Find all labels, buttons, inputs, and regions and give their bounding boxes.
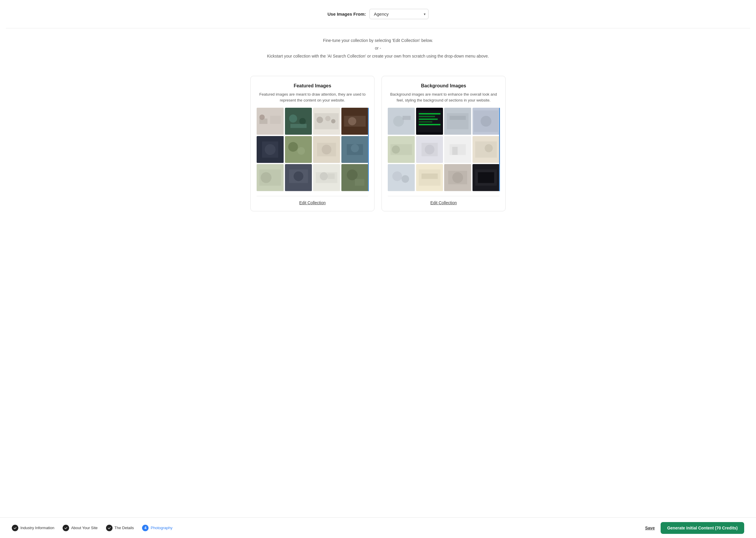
instruction-or: or - (267, 45, 489, 51)
svg-rect-48 (419, 119, 437, 120)
images-from-select[interactable]: Agency Custom Stock (370, 9, 429, 19)
svg-rect-74 (421, 174, 437, 179)
svg-point-39 (347, 169, 358, 180)
step-about-check-icon (63, 525, 69, 531)
save-button[interactable]: Save (645, 526, 655, 530)
bg-img-8 (473, 136, 500, 163)
featured-img-9 (257, 164, 284, 191)
header-divider (6, 28, 750, 28)
featured-img-5 (257, 136, 284, 163)
svg-rect-46 (419, 113, 440, 115)
images-from-dropdown[interactable]: Agency Custom Stock ▾ (370, 9, 429, 19)
instructions-block: Fine-tune your collection by selecting '… (267, 37, 489, 59)
step-details: The Details (106, 525, 134, 531)
svg-rect-50 (419, 124, 440, 126)
background-images-card: Background Images Background images are … (381, 76, 505, 211)
svg-point-5 (289, 115, 297, 123)
svg-rect-2 (270, 116, 281, 124)
svg-point-30 (261, 172, 272, 183)
bg-img-7 (444, 136, 471, 163)
svg-point-68 (485, 144, 493, 152)
featured-img-6 (285, 136, 312, 163)
svg-point-42 (393, 116, 404, 127)
featured-edit-collection-button[interactable]: Edit Collection (299, 200, 326, 205)
svg-point-21 (297, 147, 305, 155)
svg-point-24 (321, 145, 331, 154)
svg-rect-65 (452, 147, 457, 155)
featured-img-8 (341, 136, 369, 163)
bg-img-12 (473, 164, 500, 191)
svg-point-11 (325, 116, 330, 121)
svg-rect-4 (285, 108, 312, 135)
background-description: Background images are meant to enhance t… (388, 91, 499, 103)
featured-title: Featured Images (294, 83, 331, 88)
featured-img-12 (341, 164, 369, 191)
background-title: Background Images (421, 83, 466, 88)
nav-steps: Industry Information About Your Site The… (12, 525, 172, 531)
featured-img-7 (313, 136, 340, 163)
step-industry-label: Industry Information (20, 526, 54, 530)
svg-point-71 (402, 175, 409, 183)
bg-img-11 (444, 164, 471, 191)
bottom-nav-bar: Industry Information About Your Site The… (0, 517, 756, 538)
bg-img-5 (388, 136, 415, 163)
svg-point-20 (288, 142, 298, 152)
featured-img-2 (285, 108, 312, 135)
step-industry: Industry Information (12, 525, 54, 531)
featured-img-3 (313, 108, 340, 135)
step-details-label: The Details (115, 526, 134, 530)
svg-point-10 (317, 117, 323, 123)
svg-point-6 (299, 118, 306, 125)
svg-rect-43 (402, 116, 411, 120)
step-about: About Your Site (63, 525, 98, 531)
bg-img-4 (473, 108, 500, 135)
svg-rect-53 (449, 116, 466, 120)
step-industry-check-icon (12, 525, 18, 531)
instruction-line2: Kickstart your collection with the 'AI S… (267, 53, 489, 59)
featured-img-11 (313, 164, 340, 191)
svg-point-77 (452, 172, 463, 183)
svg-point-56 (481, 116, 492, 127)
svg-rect-40 (355, 179, 364, 186)
background-edit-collection-button[interactable]: Edit Collection (430, 200, 457, 205)
svg-point-15 (348, 117, 356, 125)
bg-img-9 (388, 164, 415, 191)
svg-rect-37 (328, 174, 335, 179)
bg-img-1 (388, 108, 415, 135)
featured-images-card: Featured Images Featured images are mean… (251, 76, 375, 211)
featured-img-4 (341, 108, 369, 135)
svg-point-70 (392, 172, 402, 181)
step-photography: 4 Photography (142, 525, 172, 531)
featured-description: Featured images are meant to draw attent… (257, 91, 368, 103)
background-image-grid (388, 108, 499, 191)
svg-rect-52 (447, 113, 468, 129)
svg-point-3 (259, 115, 264, 120)
bg-img-6 (416, 136, 443, 163)
svg-point-12 (331, 119, 335, 124)
featured-img-1 (257, 108, 284, 135)
use-images-label: Use Images From: (327, 12, 366, 17)
svg-rect-47 (419, 116, 435, 118)
step-about-label: About Your Site (71, 526, 98, 530)
svg-point-33 (294, 172, 303, 181)
svg-point-62 (425, 145, 435, 154)
featured-img-10 (285, 164, 312, 191)
step-photography-number: 4 (142, 525, 148, 531)
svg-point-36 (320, 172, 328, 180)
instruction-line1: Fine-tune your collection by selecting '… (267, 37, 489, 44)
svg-point-27 (351, 144, 359, 152)
svg-point-59 (392, 145, 400, 153)
step-details-check-icon (106, 525, 112, 531)
bottom-right-actions: Save Generate Initial Content (70 Credit… (645, 522, 744, 534)
step-photography-label: Photography (150, 526, 172, 530)
bg-img-2 (416, 108, 443, 135)
svg-rect-7 (290, 124, 307, 128)
svg-rect-80 (478, 172, 494, 183)
bg-img-3 (444, 108, 471, 135)
generate-button[interactable]: Generate Initial Content (70 Credits) (661, 522, 744, 534)
featured-image-grid (257, 108, 368, 191)
bg-img-10 (416, 164, 443, 191)
svg-rect-49 (419, 121, 432, 123)
svg-point-18 (264, 144, 275, 155)
